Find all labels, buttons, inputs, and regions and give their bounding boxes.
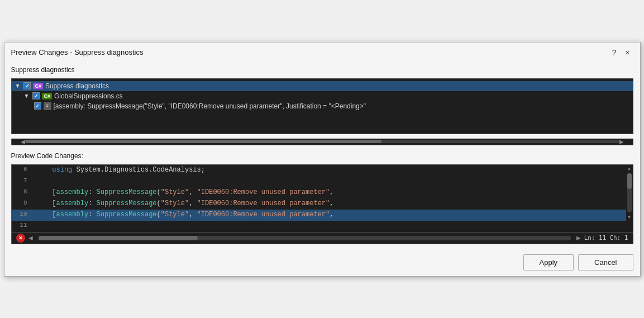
tree-row[interactable]: ▼ C# GlobalSuppressions.cs (12, 91, 633, 101)
tree-row[interactable]: ≡ [assembly: SuppressMessage("Style", "I… (12, 101, 633, 111)
suppress-section-label: Suppress diagnostics (11, 66, 633, 74)
code-line-6: 6 using System.Diagnostics.CodeAnalysis; (12, 165, 633, 176)
title-bar-left: Preview Changes - Suppress diagnostics (11, 48, 144, 56)
code-line-8: 8 [assembly: SuppressMessage("Style", "I… (12, 187, 633, 198)
code-line-9: 9 [assembly: SuppressMessage("Style", "I… (12, 198, 633, 210)
csharp-badge-1: C# (33, 83, 43, 89)
line-number-10: 10 (12, 210, 32, 221)
cancel-button[interactable]: Cancel (578, 254, 633, 270)
checkbox-2[interactable] (32, 92, 40, 99)
dialog-title: Preview Changes - Suppress diagnostics (11, 48, 144, 56)
scroll-right-arrow[interactable]: ▶ (619, 139, 624, 145)
code-lines: 6 using System.Diagnostics.CodeAnalysis;… (12, 165, 633, 232)
tree-arrow-2: ▼ (24, 93, 30, 99)
dialog: Preview Changes - Suppress diagnostics ?… (4, 42, 641, 277)
code-scroll-down-arrow[interactable]: ▼ (627, 213, 632, 221)
line-content-8: [assembly: SuppressMessage("Style", "IDE… (32, 187, 633, 198)
code-scroll-thumb (627, 173, 632, 189)
line-number-9: 9 (12, 198, 32, 210)
status-ln: Ln: 11 (584, 234, 607, 241)
tree-scrollbar-thumb (25, 140, 381, 143)
checkbox-3[interactable] (34, 102, 41, 110)
line-number-11: 11 (12, 221, 32, 232)
footer: Apply Cancel (4, 250, 640, 276)
title-bar-right: ? × (609, 47, 633, 58)
bottom-scroll-thumb (39, 236, 198, 240)
line-content-9: [assembly: SuppressMessage("Style", "IDE… (32, 198, 633, 210)
code-line-11: 11 (12, 221, 633, 232)
status-ch: Ch: 1 (609, 234, 628, 241)
tree-arrow-1: ▼ (15, 83, 21, 89)
line-content-6: using System.Diagnostics.CodeAnalysis; (32, 165, 633, 176)
tree-item-label-1: Suppress diagnostics (45, 82, 109, 90)
line-content-7 (32, 176, 633, 187)
code-line-10: 10 [assembly: SuppressMessage("Style", "… (12, 210, 633, 221)
tree-scrollbar-track (25, 140, 619, 143)
checkbox-1[interactable] (23, 82, 31, 89)
code-icon: ≡ (44, 102, 51, 110)
tree-container: ▼ C# Suppress diagnostics ▼ C# GlobalSup… (11, 78, 633, 134)
tree-item-label-3: [assembly: SuppressMessage("Style", "IDE… (54, 102, 366, 110)
error-icon: ✕ (16, 234, 25, 243)
csharp-badge-2: C# (42, 93, 52, 99)
code-line-7: 7 (12, 176, 633, 187)
line-number-8: 8 (12, 187, 32, 198)
bottom-scrollbar[interactable] (39, 236, 571, 240)
tree-item-label-2: GlobalSuppressions.cs (54, 92, 123, 100)
title-bar: Preview Changes - Suppress diagnostics ?… (4, 42, 640, 60)
line-number-7: 7 (12, 176, 32, 187)
code-bottom-bar: ✕ ◀ ▶ Ln: 11 Ch: 1 (11, 232, 633, 244)
close-button[interactable]: × (622, 47, 633, 58)
bottom-scroll-right[interactable]: ▶ (576, 235, 581, 241)
bottom-scroll-left[interactable]: ◀ (28, 235, 33, 241)
code-container: 6 using System.Diagnostics.CodeAnalysis;… (11, 164, 633, 232)
tree-scrollbar[interactable]: ◀ ▶ (11, 139, 633, 145)
apply-button[interactable]: Apply (523, 254, 574, 270)
line-content-11 (32, 221, 633, 232)
dialog-body: Suppress diagnostics ▼ C# Suppress diagn… (4, 60, 640, 250)
tree-row[interactable]: ▼ C# Suppress diagnostics (12, 81, 633, 91)
help-button[interactable]: ? (609, 47, 620, 58)
line-content-10: [assembly: SuppressMessage("Style", "IDE… (32, 210, 633, 221)
preview-label: Preview Code Changes: (11, 152, 633, 160)
code-scroll-track (627, 173, 632, 212)
scroll-left-arrow[interactable]: ◀ (21, 139, 25, 145)
line-number-6: 6 (12, 165, 32, 176)
code-scroll-up-arrow[interactable]: ▲ (627, 165, 632, 172)
code-vscrollbar[interactable]: ▲ ▼ (626, 165, 633, 221)
